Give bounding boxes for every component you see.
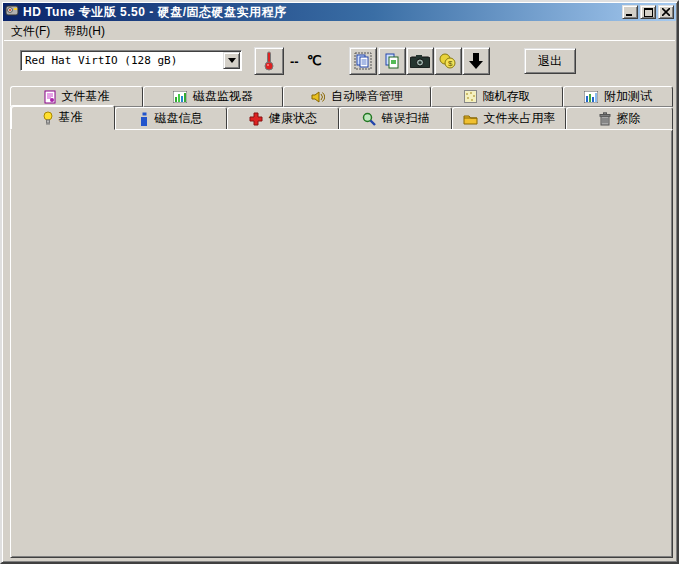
tab-benchmark[interactable]: 基准 (10, 105, 115, 130)
benchmark-tab-content (10, 129, 673, 558)
health-cross-icon (249, 112, 263, 126)
close-button[interactable] (658, 5, 674, 19)
disk-monitor-icon (173, 91, 187, 103)
tab-random-access[interactable]: 随机存取 (431, 86, 563, 107)
thermometer-icon (263, 51, 275, 71)
trash-icon (599, 112, 611, 126)
download-button[interactable] (462, 47, 490, 75)
drive-select-value: Red Hat VirtIO (128 gB) (21, 54, 223, 67)
extra-tests-icon (584, 91, 598, 103)
tab-extra-tests[interactable]: 附加测试 (563, 86, 673, 107)
file-benchmark-icon (44, 90, 56, 104)
menu-help[interactable]: 帮助(H) (57, 21, 112, 42)
minimize-button[interactable] (622, 5, 638, 19)
lightbulb-icon (43, 111, 53, 125)
drive-select-combobox[interactable]: Red Hat VirtIO (128 gB) (20, 50, 242, 71)
random-access-icon (464, 90, 477, 103)
copy-image-icon (383, 52, 401, 70)
menu-file[interactable]: 文件(F) (4, 21, 57, 42)
window-title: HD Tune 专业版 5.50 - 硬盘/固态硬盘实用程序 (23, 4, 286, 21)
down-arrow-icon (469, 52, 483, 70)
coins-icon: $ (439, 53, 457, 69)
title-bar: HD Tune 专业版 5.50 - 硬盘/固态硬盘实用程序 (3, 3, 676, 21)
tab-row-secondary: 文件基准 磁盘监视器 自动噪音管理 随机存取 附加测试 (10, 86, 673, 107)
menu-bar: 文件(F) 帮助(H) (4, 22, 675, 41)
dropdown-arrow-icon[interactable] (223, 52, 240, 69)
tab-erase[interactable]: 擦除 (566, 107, 673, 130)
magnifier-icon (362, 112, 376, 126)
app-icon (5, 3, 19, 21)
info-icon (140, 112, 149, 126)
tab-health[interactable]: 健康状态 (227, 107, 339, 130)
copy-icon (354, 52, 372, 70)
toolbar: Red Hat VirtIO (128 gB) -- ℃ $ 退出 (4, 42, 675, 82)
maximize-button[interactable] (640, 5, 656, 19)
speaker-icon (311, 91, 325, 103)
folder-icon (463, 113, 478, 125)
copy-image-button[interactable] (378, 47, 406, 75)
app-window: HD Tune 专业版 5.50 - 硬盘/固态硬盘实用程序 文件(F) 帮助(… (0, 0, 679, 564)
donate-button[interactable]: $ (434, 47, 462, 75)
tab-aam[interactable]: 自动噪音管理 (283, 86, 431, 107)
camera-icon (410, 54, 430, 68)
copy-button[interactable] (349, 47, 377, 75)
tab-disk-info[interactable]: 磁盘信息 (115, 107, 227, 130)
tab-file-benchmark[interactable]: 文件基准 (10, 86, 143, 107)
screenshot-button[interactable] (406, 47, 434, 75)
tab-row-primary: 基准 磁盘信息 健康状态 错误扫描 文件夹占用率 擦除 (10, 107, 673, 130)
tab-error-scan[interactable]: 错误扫描 (339, 107, 452, 130)
svg-text:$: $ (448, 59, 453, 68)
temperature-value: -- (290, 54, 299, 69)
temperature-button[interactable] (254, 47, 284, 75)
tab-folder-usage[interactable]: 文件夹占用率 (452, 107, 566, 130)
exit-button[interactable]: 退出 (524, 48, 576, 74)
temperature-unit: ℃ (307, 53, 322, 68)
tab-disk-monitor[interactable]: 磁盘监视器 (143, 86, 283, 107)
